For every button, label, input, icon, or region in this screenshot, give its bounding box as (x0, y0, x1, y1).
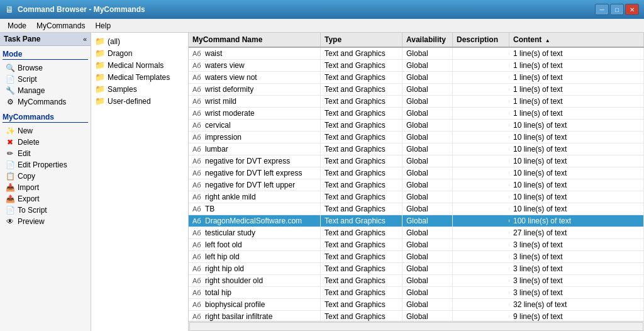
cell-desc-13 (453, 208, 509, 210)
cmd-to-script[interactable]: 📄 To Script (3, 205, 88, 216)
horizontal-scrollbar[interactable] (189, 322, 643, 331)
browse-icon: 🔍 (5, 64, 15, 72)
nav-browse[interactable]: 🔍 Browse (3, 62, 88, 74)
row-icon-8: Аб (192, 145, 203, 153)
table-row[interactable]: Аб left hip old Text and Graphics Global… (189, 251, 644, 263)
cell-content-8: 10 line(s) of text (509, 143, 644, 155)
menu-help[interactable]: Help (90, 20, 116, 31)
menu-mode[interactable]: Mode (3, 20, 31, 31)
cell-name-21: Аб biophysical profile (189, 299, 321, 310)
folder-dragon[interactable]: 📁 Dragon (94, 47, 186, 59)
task-pane: Task Pane « Mode 🔍 Browse 📄 Script 🔧 Man… (0, 33, 91, 331)
table-row[interactable]: Аб DragonMedicalSoftware.com Text and Gr… (189, 215, 644, 227)
cell-desc-17 (453, 255, 509, 258)
task-pane-collapse[interactable]: « (83, 35, 87, 43)
cell-desc-4 (453, 100, 509, 103)
mycommands-icon: ⚙ (5, 98, 15, 106)
table-row[interactable]: Аб TB Text and Graphics Global 10 line(s… (189, 203, 644, 215)
folder-medical-templates-label: Medical Templates (108, 73, 170, 82)
cmd-new-copy[interactable]: 📋 Copy (3, 171, 88, 182)
cell-desc-16 (453, 244, 509, 246)
folder-medical-templates[interactable]: 📁 Medical Templates (94, 71, 186, 83)
folder-medical-normals[interactable]: 📁 Medical Normals (94, 59, 186, 71)
table-row[interactable]: Аб lumbar Text and Graphics Global 10 li… (189, 143, 644, 155)
cell-content-6: 10 line(s) of text (509, 120, 644, 131)
table-row[interactable]: Аб waist Text and Graphics Global 1 line… (189, 48, 644, 60)
table-row[interactable]: Аб wrist deformity Text and Graphics Glo… (189, 84, 644, 96)
cell-content-7: 10 line(s) of text (509, 132, 644, 143)
menu-mycommands[interactable]: MyCommands (31, 20, 90, 31)
table-row[interactable]: Аб right hip old Text and Graphics Globa… (189, 263, 644, 275)
folder-samples-icon: 📁 (95, 84, 105, 94)
cmd-edit[interactable]: ✏ Edit (3, 148, 88, 159)
cmd-import[interactable]: 📥 Import (3, 182, 88, 193)
row-icon-7: Аб (192, 133, 203, 141)
table-header: MyCommand Name Type Availability Descrip… (189, 33, 644, 48)
col-header-content[interactable]: Content ▲ (509, 33, 644, 47)
cell-content-5: 1 line(s) of text (509, 108, 644, 119)
title-bar: 🖥 Command Browser - MyCommands ─ □ ✕ (0, 0, 644, 19)
row-icon-4: Аб (192, 98, 203, 105)
table-row[interactable]: Аб right ankle mild Text and Graphics Gl… (189, 191, 644, 203)
folder-samples[interactable]: 📁 Samples (94, 83, 186, 95)
nav-mycommands[interactable]: ⚙ MyCommands (3, 96, 88, 108)
script-icon: 📄 (5, 75, 15, 84)
col-header-description[interactable]: Description (453, 33, 509, 47)
cell-content-14: 100 line(s) of text (509, 215, 644, 227)
table-row[interactable]: Аб right shoulder old Text and Graphics … (189, 275, 644, 287)
cell-content-18: 3 line(s) of text (509, 263, 644, 274)
cmd-new-copy-label: Copy (18, 172, 35, 181)
close-button[interactable]: ✕ (625, 4, 639, 15)
cmd-delete-label: Delete (18, 138, 40, 147)
cell-type-20: Text and Graphics (321, 287, 402, 298)
minimize-button[interactable]: ─ (595, 4, 609, 15)
table-body[interactable]: Аб waist Text and Graphics Global 1 line… (189, 48, 644, 321)
mode-section-label: Mode (3, 50, 88, 60)
table-row[interactable]: Аб left foot old Text and Graphics Globa… (189, 239, 644, 251)
cmd-delete[interactable]: ✖ Delete (3, 137, 88, 148)
cell-name-1: Аб waters view (189, 60, 321, 71)
delete-icon: ✖ (5, 138, 15, 147)
cell-content-3: 1 line(s) of text (509, 84, 644, 95)
cmd-preview[interactable]: 👁 Preview (3, 216, 88, 227)
new-icon: ✨ (5, 126, 15, 135)
table-row[interactable]: Аб negative for DVT left express Text an… (189, 167, 644, 179)
table-row[interactable]: Аб right basilar infiltrate Text and Gra… (189, 311, 644, 321)
table-row[interactable]: Аб waters view Text and Graphics Global … (189, 60, 644, 72)
table-row[interactable]: Аб negative for DVT express Text and Gra… (189, 155, 644, 167)
table-row[interactable]: Аб wrist mild Text and Graphics Global 1… (189, 96, 644, 108)
row-icon-22: Аб (192, 313, 203, 320)
cmd-edit-properties[interactable]: 📄 Edit Properties (3, 159, 88, 171)
table-row[interactable]: Аб total hip Text and Graphics Global 3 … (189, 287, 644, 299)
table-row[interactable]: Аб cervical Text and Graphics Global 10 … (189, 120, 644, 132)
table-row[interactable]: Аб biophysical profile Text and Graphics… (189, 299, 644, 311)
col-header-availability[interactable]: Availability (402, 33, 453, 47)
cmd-new[interactable]: ✨ New (3, 125, 88, 137)
cell-content-20: 3 line(s) of text (509, 287, 644, 298)
table-row[interactable]: Аб impression Text and Graphics Global 1… (189, 132, 644, 143)
table-row[interactable]: Аб waters view not Text and Graphics Glo… (189, 72, 644, 84)
menu-bar: Mode MyCommands Help (0, 19, 644, 33)
cell-desc-6 (453, 124, 509, 126)
row-icon-6: Аб (192, 121, 203, 129)
maximize-button[interactable]: □ (610, 4, 624, 15)
cell-type-19: Text and Graphics (321, 275, 402, 286)
cell-name-14: Аб DragonMedicalSoftware.com (189, 215, 321, 227)
cell-name-8: Аб lumbar (189, 143, 321, 155)
cmd-new-label: New (18, 126, 33, 135)
cell-avail-16: Global (402, 239, 453, 250)
folder-user-defined[interactable]: 📁 User-defined (94, 95, 186, 107)
table-row[interactable]: Аб wrist moderate Text and Graphics Glob… (189, 108, 644, 120)
cmd-export[interactable]: 📤 Export (3, 193, 88, 205)
folder-all[interactable]: 📁 (all) (94, 35, 186, 47)
row-icon-18: Аб (192, 265, 203, 272)
col-header-name[interactable]: MyCommand Name (189, 33, 321, 47)
nav-manage[interactable]: 🔧 Manage (3, 85, 88, 96)
col-header-type[interactable]: Type (321, 33, 402, 47)
cell-desc-9 (453, 160, 509, 162)
nav-script[interactable]: 📄 Script (3, 74, 88, 85)
table-footer (189, 321, 644, 331)
cell-desc-10 (453, 172, 509, 174)
table-row[interactable]: Аб negative for DVT left upper Text and … (189, 179, 644, 191)
table-row[interactable]: Аб testicular study Text and Graphics Gl… (189, 227, 644, 239)
